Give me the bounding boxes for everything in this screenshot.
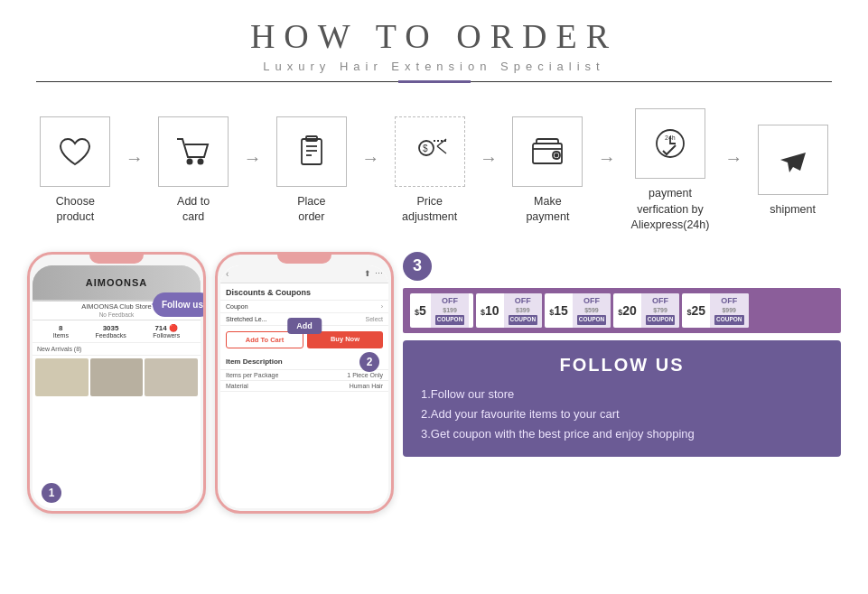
step-icon-cart [158, 116, 229, 187]
arrow-5: → [598, 148, 616, 169]
phone2-coupon-row: Coupon › [220, 301, 388, 313]
follow-us-item-1: 1.Follow our store [421, 385, 823, 404]
product-thumb-2 [90, 358, 144, 396]
phone-mockup-2: ‹ ⬆ ⋯ Discounts & Coupons Coupon › Add S… [215, 252, 394, 514]
phone1-stats: 8 Items 3035 Feedbacks 714 🔴 Followers [33, 320, 201, 343]
step-icon-plane [758, 125, 828, 195]
follow-us-bubble: Follow us [153, 292, 206, 317]
coupon-25: $25 OFF $999 COUPON [682, 293, 748, 328]
phone1-new-arrivals: New Arrivals (8) [33, 343, 201, 356]
step-label-choose-product: Chooseproduct [56, 194, 95, 226]
step-label-shipment: shipment [770, 202, 816, 218]
coupon-5-left: $5 [410, 301, 431, 320]
arrow-4: → [480, 148, 498, 169]
follow-us-list: 1.Follow our store 2.Add your favourite … [421, 385, 823, 444]
svg-text:24h: 24h [665, 135, 676, 141]
divider-line-right [471, 81, 833, 82]
arrow-6: → [724, 148, 742, 169]
coupon-5-right: OFF $199 COUPON [431, 293, 470, 328]
badge-3: 3 [403, 252, 432, 281]
step-shipment: shipment [744, 125, 841, 218]
page-subtitle: Luxury Hair Extension Specialist [0, 60, 868, 73]
steps-row: Chooseproduct → Add tocard → Placeorder [0, 88, 868, 243]
badge-2: 2 [359, 352, 379, 372]
page-title: HOW TO ORDER [0, 16, 868, 56]
share-icon: ⬆ [364, 269, 371, 278]
right-panel: 3 $5 OFF $199 COUPON $10 OFF $ [403, 252, 841, 458]
arrow-3: → [361, 148, 379, 169]
phone2-screen: ‹ ⬆ ⋯ Discounts & Coupons Coupon › Add S… [220, 265, 388, 508]
step-make-payment: Makepayment [499, 116, 596, 226]
step-label-price-adjustment: Priceadjustment [402, 194, 457, 226]
header-divider [36, 80, 832, 83]
phone-mockup-1: AIMOONSA AIMOONSA Club StoreNo Feedback … [27, 252, 206, 514]
step-label-add-to-cart: Add tocard [177, 194, 210, 226]
coupon-10-left: $10 [476, 301, 504, 320]
header: HOW TO ORDER Luxury Hair Extension Speci… [0, 0, 868, 88]
coupon-20-right: OFF $799 COUPON [641, 293, 680, 328]
svg-rect-2 [302, 139, 322, 164]
divider-accent [398, 80, 471, 83]
coupon-10: $10 OFF $399 COUPON [476, 293, 542, 328]
arrow-2: → [244, 148, 262, 169]
step-add-to-cart: Add tocard [145, 116, 242, 226]
back-icon: ‹ [226, 269, 229, 279]
svg-point-0 [188, 159, 192, 163]
step-label-place-order: Placeorder [297, 194, 325, 226]
phone1-product-grid [33, 356, 201, 399]
coupon-10-right: OFF $399 COUPON [504, 293, 543, 328]
stat-items: 8 Items [53, 324, 69, 339]
step-price-adjustment: $ Priceadjustment [381, 116, 478, 226]
phone2-icons: ⬆ ⋯ [364, 269, 383, 278]
coupon-20: $20 OFF $799 COUPON [613, 293, 679, 328]
coupon-15: $15 OFF $599 COUPON [545, 293, 611, 328]
step-choose-product: Chooseproduct [27, 116, 124, 226]
follow-us-card: FOLLOW US 1.Follow our store 2.Add your … [403, 340, 841, 457]
divider-line-left [36, 81, 398, 82]
step-label-make-payment: Makepayment [526, 194, 569, 226]
step-icon-wallet [512, 116, 583, 187]
badge-1: 1 [42, 483, 61, 503]
arrow-1: → [126, 148, 144, 169]
step-icon-clipboard [276, 116, 347, 187]
product-thumb-3 [145, 358, 198, 396]
follow-us-item-2: 2.Add your favourite items to your cart [421, 404, 823, 424]
stat-feedbacks: 3035 Feedbacks [95, 324, 126, 339]
follow-us-item-3: 3.Get coupon with the best price and enj… [421, 424, 823, 444]
item-row-package: Items per Package 1 Piece Only [220, 370, 388, 381]
more-icon: ⋯ [375, 269, 383, 278]
bottom-section: AIMOONSA AIMOONSA Club StoreNo Feedback … [0, 243, 868, 523]
step-icon-price: $ [395, 116, 465, 187]
coupon-20-left: $20 [613, 301, 641, 320]
svg-point-11 [555, 153, 558, 156]
phone2-notch [277, 255, 331, 264]
coupon-25-left: $25 [682, 301, 710, 320]
coupons-strip: $5 OFF $199 COUPON $10 OFF $399 COUPON [403, 288, 841, 333]
coupon-15-right: OFF $599 COUPON [573, 293, 611, 328]
phone2-item-rows: Items per Package 1 Piece Only Material … [220, 370, 388, 392]
step-icon-heart [40, 116, 110, 187]
coupon-25-right: OFF $999 COUPON [710, 293, 749, 328]
svg-text:$: $ [423, 144, 428, 153]
item-row-material: Material Human Hair [220, 381, 388, 392]
step3-badge-row: 3 [403, 252, 841, 281]
phone2-content: ‹ ⬆ ⋯ Discounts & Coupons Coupon › Add S… [220, 265, 388, 508]
phone1-notch [89, 255, 144, 264]
step-place-order: Placeorder [264, 116, 360, 226]
step-payment-verification: 24h paymentverfication byAliexpress(24h) [618, 108, 723, 234]
phone2-add-button[interactable]: Add [287, 318, 322, 334]
stat-followers: 714 🔴 Followers [153, 324, 180, 339]
step-icon-clock-check: 24h [635, 108, 705, 179]
step-label-payment-verification: paymentverfication byAliexpress(24h) [631, 186, 710, 234]
follow-us-title: FOLLOW US [421, 355, 823, 376]
phone1-logo: AIMOONSA [86, 277, 148, 288]
coupon-5: $5 OFF $199 COUPON [410, 293, 473, 328]
coupon-15-left: $15 [545, 301, 573, 320]
svg-point-1 [199, 159, 203, 163]
product-thumb-1 [35, 358, 89, 396]
phone2-section-title: Discounts & Coupons [220, 283, 388, 301]
phone2-header: ‹ ⬆ ⋯ [220, 265, 388, 283]
